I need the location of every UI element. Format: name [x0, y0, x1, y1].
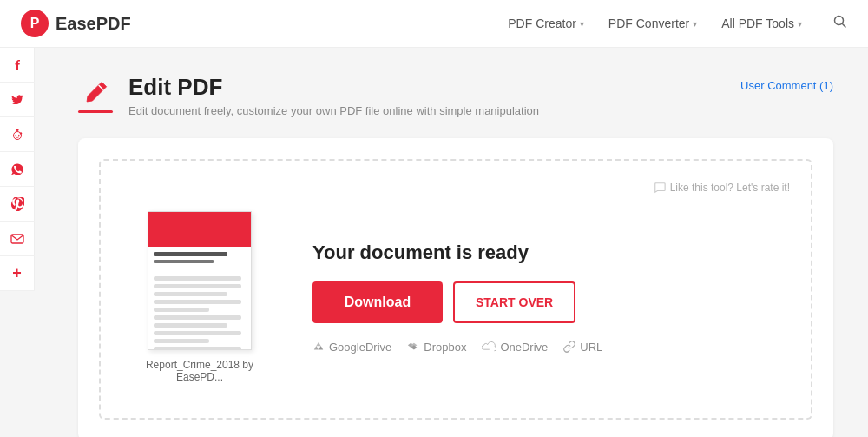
page-title-area: Edit PDF Edit document freely, customize…	[128, 74, 539, 117]
social-sidebar: +	[0, 48, 35, 291]
main-card: Like this tool? Let's rate it!	[78, 138, 833, 437]
chat-icon	[654, 182, 666, 194]
svg-line-3	[843, 24, 846, 28]
svg-text:P: P	[30, 16, 40, 30]
pdf-line	[154, 323, 227, 328]
pdf-title-line-2	[154, 260, 214, 263]
social-reddit[interactable]	[0, 117, 35, 152]
nav-pdf-converter[interactable]: PDF Converter ▾	[608, 17, 697, 30]
svg-point-7	[18, 134, 19, 135]
action-buttons: Download START OVER	[312, 281, 575, 323]
pdf-line	[154, 276, 241, 281]
nav-pdf-creator[interactable]: PDF Creator ▾	[508, 17, 584, 30]
pdf-line	[154, 347, 241, 350]
save-onedrive[interactable]: OneDrive	[482, 341, 548, 354]
search-icon[interactable]	[833, 15, 847, 32]
social-more[interactable]: +	[0, 256, 35, 291]
logo-icon: P	[21, 10, 49, 37]
document-ready-title: Your document is ready	[312, 242, 529, 264]
chevron-down-icon: ▾	[693, 19, 697, 29]
nav-all-pdf-tools[interactable]: All PDF Tools ▾	[721, 17, 802, 30]
header: P EasePDF PDF Creator ▾ PDF Converter ▾ …	[0, 0, 868, 48]
pdf-line	[154, 331, 241, 335]
pdf-line	[154, 292, 227, 296]
pencil-icon	[80, 77, 111, 109]
pdf-title-block	[148, 247, 251, 269]
googledrive-icon	[312, 341, 325, 353]
pdf-line	[154, 300, 241, 304]
social-pinterest[interactable]	[0, 187, 35, 222]
logo[interactable]: P EasePDF	[21, 10, 131, 37]
pdf-preview: Report_Crime_2018 by EasePD...	[139, 211, 260, 383]
save-googledrive[interactable]: GoogleDrive	[312, 341, 391, 354]
save-url[interactable]: URL	[563, 341, 602, 354]
pdf-header-red	[148, 212, 251, 247]
main-content: Edit PDF Edit document freely, customize…	[35, 48, 868, 437]
onedrive-icon	[482, 341, 496, 352]
social-whatsapp[interactable]	[0, 152, 35, 187]
user-comment-link[interactable]: User Comment (1)	[740, 74, 833, 92]
chevron-down-icon: ▾	[580, 19, 584, 29]
logo-text: EasePDF	[56, 14, 131, 34]
content-area: Report_Crime_2018 by EasePD... Your docu…	[122, 211, 790, 383]
page-title: Edit PDF	[128, 74, 539, 101]
rate-row: Like this tool? Let's rate it!	[122, 182, 790, 194]
social-email[interactable]	[0, 222, 35, 256]
dropbox-icon	[407, 341, 419, 353]
main-nav: PDF Creator ▾ PDF Converter ▾ All PDF To…	[508, 15, 847, 32]
social-twitter[interactable]	[0, 83, 35, 117]
start-over-button[interactable]: START OVER	[453, 281, 575, 323]
page-header: Edit PDF Edit document freely, customize…	[78, 74, 833, 117]
pencil-underline	[78, 110, 113, 113]
pdf-line	[154, 339, 209, 343]
pdf-thumbnail	[148, 211, 252, 350]
save-dropbox[interactable]: Dropbox	[407, 341, 466, 354]
action-area: Your document is ready Download START OV…	[312, 242, 602, 354]
pdf-line	[154, 315, 241, 320]
pdf-content-lines	[148, 269, 251, 350]
svg-point-6	[15, 134, 16, 135]
social-facebook[interactable]	[0, 48, 35, 83]
chevron-down-icon: ▾	[798, 19, 802, 29]
plus-icon: +	[12, 264, 22, 282]
download-button[interactable]: Download	[312, 281, 443, 323]
save-options: GoogleDrive Dropbox	[312, 341, 602, 354]
svg-point-8	[19, 132, 21, 134]
rate-link[interactable]: Like this tool? Let's rate it!	[654, 182, 790, 194]
pencil-icon-area	[78, 77, 113, 113]
card-inner: Like this tool? Let's rate it!	[99, 159, 812, 420]
pdf-line	[154, 284, 241, 288]
pdf-filename: Report_Crime_2018 by EasePD...	[139, 359, 260, 383]
pdf-line	[154, 308, 209, 312]
svg-point-5	[16, 129, 18, 131]
url-icon	[563, 341, 575, 353]
pdf-title-line-1	[154, 252, 227, 256]
page-subtitle: Edit document freely, customize your own…	[128, 104, 539, 117]
